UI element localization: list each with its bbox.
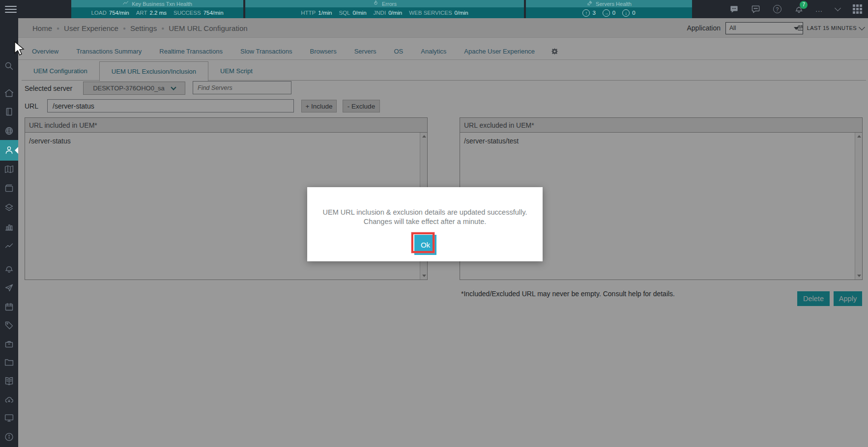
trend-line-icon [122, 0, 129, 7]
metric-label: LOAD [91, 10, 106, 16]
chat-outline-icon[interactable] [751, 4, 760, 14]
apps-grid-icon[interactable] [852, 4, 862, 14]
top-bar: Key Business Txn Health LOAD754/min ART2… [0, 0, 868, 18]
rocket-icon [586, 0, 593, 7]
dialog-message-line2: Changes will take effect after a minute. [307, 217, 543, 226]
trend-icon[interactable] [4, 241, 14, 251]
metric-label: SQL [339, 10, 350, 16]
up-arrow-circle-icon: ↑ [582, 9, 590, 17]
folder-icon[interactable] [4, 357, 14, 367]
notebook-icon[interactable] [4, 107, 14, 117]
metric-value: 754/min [109, 10, 129, 16]
count-value: 3 [592, 10, 595, 16]
metric-value: 0/min [388, 10, 402, 16]
calendar-icon[interactable] [4, 302, 14, 312]
metric-label: ART [136, 10, 147, 16]
chat-filled-icon[interactable] [729, 4, 739, 14]
tag-icon[interactable] [4, 320, 14, 331]
search-icon[interactable] [4, 61, 14, 71]
count-value: 0 [632, 10, 635, 16]
metric-label: WEB SERVICES [409, 10, 452, 16]
cloud-download-icon[interactable] [4, 395, 14, 405]
ok-button[interactable]: Ok [414, 235, 436, 255]
errors-flame-icon [373, 0, 379, 7]
help-icon[interactable]: ? [772, 4, 782, 14]
book-icon[interactable] [4, 376, 14, 386]
down-arrow-circle-icon: ↓ [622, 9, 630, 17]
kpi-key-business-txn-health[interactable]: Key Business Txn Health LOAD754/min ART2… [71, 0, 243, 18]
metric-value: 0/min [352, 10, 366, 16]
layers-icon[interactable] [4, 202, 14, 213]
metric-label: SUCCESS [174, 10, 201, 16]
bar-chart-icon[interactable] [4, 222, 14, 232]
metric-label: HTTP [301, 10, 316, 16]
wallet-icon[interactable] [4, 183, 14, 194]
kpi-title: Errors [382, 1, 397, 7]
metric-value: 2.2 ms [150, 10, 167, 16]
send-icon[interactable] [4, 282, 14, 293]
sidebar [0, 18, 18, 447]
monitor-icon[interactable] [4, 413, 14, 423]
metric-label: JNDI [374, 10, 386, 16]
count-value: 0 [612, 10, 615, 16]
notification-badge: 7 [800, 1, 808, 9]
metric-value: 754/min [203, 10, 224, 16]
more-menu-icon[interactable]: ... [815, 4, 823, 14]
chevron-down-icon[interactable] [835, 4, 840, 14]
globe-icon[interactable] [4, 126, 14, 136]
info-icon[interactable] [4, 432, 14, 442]
dialog-message-line1: UEM URL inclusion & exclusion details ar… [307, 208, 543, 217]
kpi-servers-health[interactable]: Servers Health ↑3 →0 ↓0 [526, 0, 692, 18]
map-icon[interactable] [4, 164, 14, 174]
hamburger-menu-icon[interactable] [5, 4, 17, 14]
kpi-title: Key Business Txn Health [132, 1, 192, 7]
bell-icon[interactable] [4, 263, 14, 274]
metric-value: 1/min [318, 10, 332, 16]
kpi-title: Servers Health [596, 1, 632, 7]
kpi-errors[interactable]: Errors HTTP1/min SQL0/min JNDI0/min WEB … [245, 0, 524, 18]
briefcase-icon[interactable] [4, 339, 14, 349]
metric-value: 0/min [455, 10, 468, 16]
notifications-bell-icon[interactable]: 7 [794, 4, 804, 14]
right-arrow-circle-icon: → [603, 9, 610, 17]
user-icon[interactable] [4, 145, 14, 155]
home-icon[interactable] [4, 88, 14, 98]
